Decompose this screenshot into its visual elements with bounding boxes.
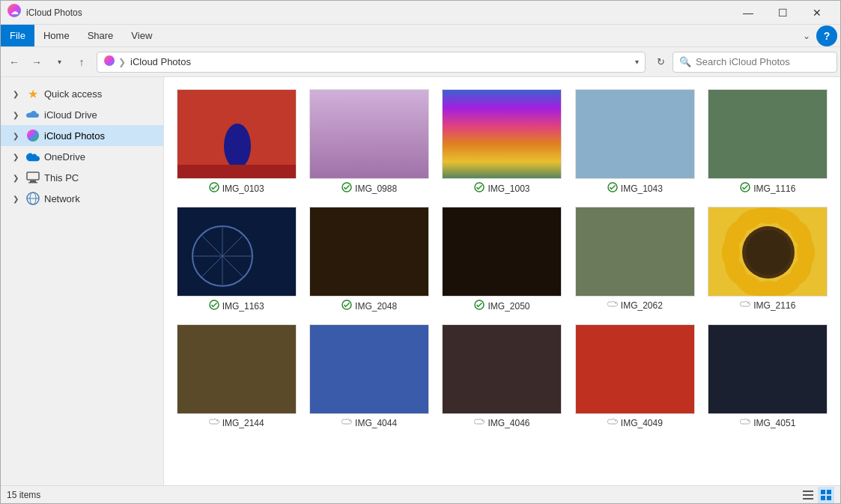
menu-view[interactable]: View	[122, 25, 161, 46]
item-count: 15 items	[7, 490, 40, 500]
photo-item-IMG_2116[interactable]: IMG_2116	[705, 204, 831, 315]
app-icon: ☁	[7, 3, 22, 22]
svg-rect-35	[310, 207, 428, 296]
svg-rect-56	[310, 325, 428, 413]
status-bar: 15 items	[1, 485, 840, 503]
sidebar-item-quick-access[interactable]: ❯ ★ Quick access	[1, 83, 163, 104]
dropdown-recent-button[interactable]: ▾	[49, 52, 70, 73]
photo-label: IMG_1043	[607, 182, 663, 195]
icloud-photos-icon	[26, 129, 40, 142]
sidebar-item-onedrive[interactable]: ❯ OneDrive	[1, 146, 163, 167]
cloud-icon	[341, 417, 352, 428]
minimize-button[interactable]: —	[731, 1, 765, 25]
photo-thumbnail	[575, 324, 695, 414]
sidebar-item-icloud-drive[interactable]: ❯ iCloud Drive	[1, 104, 163, 125]
photo-item-IMG_2050[interactable]: IMG_2050	[439, 204, 565, 315]
photo-label: IMG_0988	[341, 182, 397, 195]
cloud-icon	[740, 300, 750, 311]
photo-name: IMG_2062	[621, 300, 663, 311]
photo-name: IMG_2116	[753, 300, 795, 311]
icloud-drive-icon	[26, 108, 40, 121]
photo-thumbnail	[177, 89, 297, 179]
svg-rect-55	[177, 325, 296, 413]
photo-item-IMG_4044[interactable]: IMG_4044	[306, 321, 432, 431]
search-icon: 🔍	[679, 56, 691, 67]
sidebar-item-network[interactable]: ❯ Network	[1, 188, 163, 209]
photo-item-IMG_2048[interactable]: IMG_2048	[306, 204, 432, 315]
photo-label: IMG_4046	[474, 417, 529, 428]
svg-point-2	[104, 55, 115, 66]
maximize-button[interactable]: ☐	[765, 1, 800, 25]
cloud-icon	[474, 417, 485, 428]
photo-item-IMG_0988[interactable]: IMG_0988	[306, 86, 432, 198]
this-pc-icon	[26, 171, 40, 184]
photo-name: IMG_4051	[753, 418, 795, 428]
synced-icon	[607, 182, 618, 195]
list-view-button[interactable]	[800, 487, 816, 503]
photo-thumbnail	[575, 89, 695, 179]
photo-item-IMG_4051[interactable]: IMG_4051	[705, 321, 831, 431]
main-area: ❯ ★ Quick access ❯ iCloud Drive ❯	[1, 77, 840, 485]
search-input[interactable]	[696, 56, 831, 67]
help-button[interactable]: ?	[816, 25, 837, 46]
onedrive-icon	[26, 150, 40, 163]
search-bar[interactable]: 🔍	[673, 52, 837, 73]
expand-arrow: ❯	[13, 195, 25, 203]
photo-item-IMG_1116[interactable]: IMG_1116	[705, 86, 831, 198]
address-bar[interactable]: ❯ iCloud Photos ▾	[97, 52, 646, 73]
cloud-icon	[607, 417, 618, 428]
expand-ribbon-icon[interactable]: ⌄	[797, 31, 816, 41]
svg-point-11	[224, 124, 251, 168]
photo-name: IMG_2050	[488, 301, 529, 312]
photo-item-IMG_2144[interactable]: IMG_2144	[173, 321, 300, 431]
photo-label: IMG_4051	[740, 417, 795, 428]
icon-view-button[interactable]	[818, 487, 834, 503]
back-button[interactable]: ←	[4, 52, 25, 73]
address-bar-icon	[103, 55, 115, 69]
svg-rect-12	[177, 165, 296, 178]
expand-arrow: ❯	[13, 111, 25, 119]
photo-thumbnail	[177, 207, 297, 297]
synced-icon	[740, 182, 750, 195]
photo-thumbnail	[708, 207, 828, 297]
sidebar: ❯ ★ Quick access ❯ iCloud Drive ❯	[1, 77, 164, 485]
photo-name: IMG_0988	[355, 183, 397, 194]
svg-rect-58	[576, 325, 694, 413]
synced-icon	[341, 182, 352, 195]
svg-rect-22	[708, 90, 827, 178]
menu-home[interactable]: Home	[34, 25, 79, 46]
photo-thumbnail	[309, 324, 429, 414]
address-text: iCloud Photos	[130, 56, 635, 67]
sidebar-item-icloud-photos[interactable]: ❯ iCloud Photos	[1, 125, 163, 146]
window-title: iCloud Photos	[26, 7, 731, 18]
sidebar-label-quick-access: Quick access	[44, 88, 102, 100]
photo-item-IMG_4046[interactable]: IMG_4046	[439, 321, 565, 431]
menu-share[interactable]: Share	[79, 25, 123, 46]
svg-rect-18	[443, 90, 561, 178]
svg-rect-39	[576, 207, 694, 296]
photo-item-IMG_1003[interactable]: IMG_1003	[439, 86, 565, 198]
sidebar-item-this-pc[interactable]: ❯ This PC	[1, 167, 163, 188]
photo-item-IMG_2062[interactable]: IMG_2062	[571, 204, 698, 315]
photo-name: IMG_4049	[621, 418, 663, 428]
photo-item-IMG_1163[interactable]: IMG_1163	[173, 204, 300, 315]
sidebar-label-network: Network	[44, 193, 80, 204]
up-button[interactable]: ↑	[71, 52, 92, 73]
photo-name: IMG_1116	[753, 183, 795, 194]
address-dropdown-icon[interactable]: ▾	[635, 58, 639, 66]
photo-item-IMG_0103[interactable]: IMG_0103	[173, 86, 300, 198]
photo-name: IMG_4046	[488, 418, 529, 428]
photo-label: IMG_1163	[209, 300, 264, 312]
close-button[interactable]: ✕	[800, 1, 834, 25]
refresh-button[interactable]: ↻	[650, 52, 671, 73]
sidebar-label-this-pc: This PC	[44, 172, 79, 183]
svg-rect-57	[443, 325, 561, 413]
expand-arrow: ❯	[13, 90, 25, 98]
forward-button[interactable]: →	[26, 52, 47, 73]
photo-item-IMG_4049[interactable]: IMG_4049	[571, 321, 698, 431]
menu-file[interactable]: File	[1, 25, 34, 46]
photo-label: IMG_1003	[474, 182, 529, 195]
photo-item-IMG_1043[interactable]: IMG_1043	[571, 86, 698, 198]
photo-thumbnail	[442, 89, 562, 179]
photo-label: IMG_4049	[607, 417, 663, 428]
